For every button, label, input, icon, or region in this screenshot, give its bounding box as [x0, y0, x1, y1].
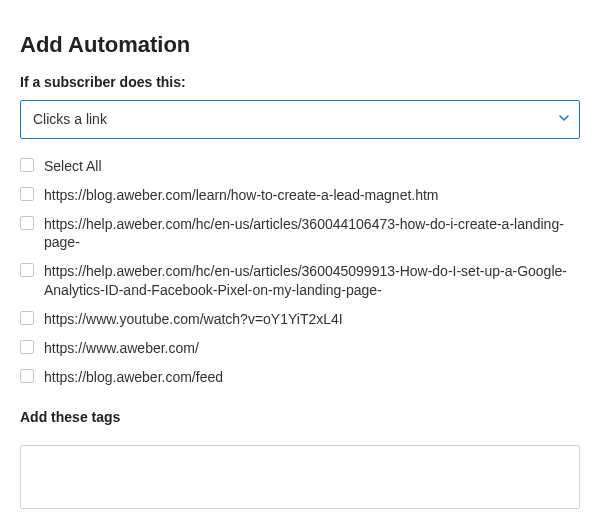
- select-all-row: Select All: [20, 157, 580, 176]
- link-url: https://blog.aweber.com/learn/how-to-cre…: [44, 186, 580, 205]
- link-row: https://help.aweber.com/hc/en-us/article…: [20, 262, 580, 300]
- trigger-label: If a subscriber does this:: [20, 74, 580, 90]
- select-all-label: Select All: [44, 157, 580, 176]
- tags-input[interactable]: [20, 445, 580, 509]
- link-checkbox[interactable]: [20, 340, 34, 354]
- link-row: https://www.aweber.com/: [20, 339, 580, 358]
- select-all-checkbox[interactable]: [20, 158, 34, 172]
- link-url: https://www.aweber.com/: [44, 339, 580, 358]
- link-url: https://help.aweber.com/hc/en-us/article…: [44, 215, 580, 253]
- link-checkbox[interactable]: [20, 263, 34, 277]
- link-url: https://blog.aweber.com/feed: [44, 368, 580, 387]
- tags-section: Add these tags Separate tags with , or E…: [20, 409, 580, 518]
- link-checkbox[interactable]: [20, 187, 34, 201]
- link-url: https://www.youtube.com/watch?v=oY1YiT2x…: [44, 310, 580, 329]
- link-checkbox[interactable]: [20, 216, 34, 230]
- page-title: Add Automation: [20, 32, 580, 58]
- link-row: https://blog.aweber.com/feed: [20, 368, 580, 387]
- trigger-select-value: Clicks a link: [20, 100, 580, 139]
- link-row: https://help.aweber.com/hc/en-us/article…: [20, 215, 580, 253]
- link-list: Select All https://blog.aweber.com/learn…: [20, 157, 580, 387]
- link-row: https://www.youtube.com/watch?v=oY1YiT2x…: [20, 310, 580, 329]
- trigger-select[interactable]: Clicks a link: [20, 100, 580, 139]
- tags-label: Add these tags: [20, 409, 580, 425]
- link-checkbox[interactable]: [20, 311, 34, 325]
- link-checkbox[interactable]: [20, 369, 34, 383]
- link-url: https://help.aweber.com/hc/en-us/article…: [44, 262, 580, 300]
- link-row: https://blog.aweber.com/learn/how-to-cre…: [20, 186, 580, 205]
